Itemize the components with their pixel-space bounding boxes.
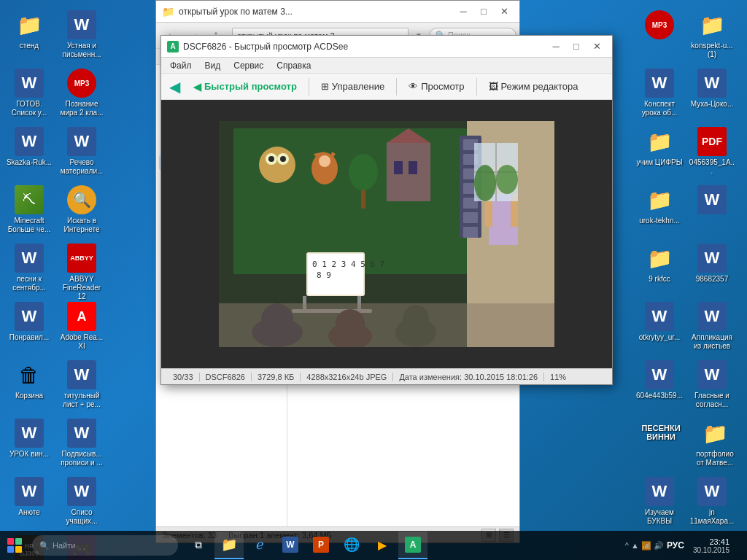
desktop-icon-korzina[interactable]: 🗑 Корзина (3, 356, 55, 414)
acdsee-view-button[interactable]: 👁 Просмотр (401, 78, 471, 95)
chrome-taskbar-button[interactable]: 🌐 (337, 532, 366, 559)
start-button[interactable] (0, 531, 29, 560)
korzina-label: Корзина (15, 392, 43, 400)
acdsee-taskbar-button[interactable]: A (398, 532, 427, 559)
acdsee-minimize-button[interactable]: ─ (546, 39, 565, 54)
gotov-label: ГОТОВ. Список у... (6, 100, 53, 117)
quickview-icon: ◀ (193, 81, 201, 93)
desktop-icon-titulny[interactable]: W титульный лист + ре... (55, 356, 108, 414)
acdsee-titlebar: A DSCF6826 - Быстрый просмотр ACDSee ─ □… (161, 36, 612, 58)
ustnaya-icon: W (67, 10, 96, 39)
taskview-button[interactable]: ⧉ (184, 532, 213, 559)
acdsee-maximize-button[interactable]: □ (567, 39, 586, 54)
desktop-icon-jn-11may[interactable]: W jn 11маяХара... (686, 472, 738, 531)
konspekt2-icon: W (645, 69, 674, 98)
edge-taskbar-button[interactable]: ℯ (245, 532, 274, 559)
desktop-icon-urok-tekhn[interactable]: 📁 urok-tekhn... (633, 181, 686, 239)
desktop-icon-iskat[interactable]: 🔍 Искать в Интернете (55, 181, 108, 239)
konspekt1-label: konspekt-u... (1) (689, 42, 735, 59)
desktop-icon-glasn-sogl[interactable]: W Гласные и согласн... (686, 356, 738, 414)
acdsee-title-text: DSCF6826 - Быстрый просмотр ACDSee (183, 42, 546, 52)
desktop-icon-rechevoy[interactable]: W Речево материали... (55, 122, 108, 181)
otkr-ur-label: otkrytyy_ur... (639, 333, 681, 342)
glasn-sogl-icon: W (697, 360, 727, 389)
taskbar-apps: ⧉ 📁 ℯ W P 🌐 ▶ A (184, 532, 625, 559)
desktop-icon-konspekt2[interactable]: W Конспект урока об... (633, 64, 686, 122)
desktop-icon-ponprav[interactable]: W Понравил... (3, 298, 55, 356)
portf-matvey-icon: 📁 (700, 419, 729, 448)
desktop-icon-otkr-ur[interactable]: W otkrytyy_ur... (633, 298, 686, 356)
acdsee-app-icon: A (167, 41, 179, 52)
desktop-icon-muha[interactable]: W Муха-Цоко... (686, 64, 738, 122)
desktop-icon-poznanie[interactable]: MP3 Познание мира 2 кла... (55, 64, 108, 122)
fm-minimize-button[interactable]: ─ (454, 4, 473, 19)
uchim-tsifry-label: учим ЦИФРЫ (636, 158, 682, 167)
manage-icon: ⊞ (321, 81, 329, 92)
desktop-icon-app-listiev[interactable]: W Аппликация из листьев (686, 298, 738, 356)
desktop-icon-mp3right[interactable]: MP3 (633, 6, 686, 64)
desktop-icon-izuchaem-bukvy[interactable]: W Изучаем БУКВЫ (633, 472, 686, 531)
anyute-icon: W (15, 477, 44, 506)
desktop-icon-stend[interactable]: 📁 стенд (3, 6, 55, 64)
acdsee-window-controls: ─ □ ✕ (546, 39, 606, 54)
desktop-icon-konspekt1[interactable]: 📁 konspekt-u... (1) (686, 6, 738, 64)
acdsee-toolbar: ◀ ◀ Быстрый просмотр ⊞ Управление 👁 Прос… (161, 74, 612, 100)
show-desktop-button[interactable] (738, 532, 741, 559)
word-taskbar-button[interactable]: W (276, 532, 305, 559)
clock-time: 23:41 (693, 537, 729, 546)
urok-tekhn-label: urok-tekhn... (639, 217, 680, 225)
acdsee-prev-button[interactable]: ◀ (164, 77, 185, 97)
pdf456-label: 0456395_1А... (689, 158, 735, 176)
urok-tekhn-icon: 📁 (645, 185, 674, 214)
desktop-icon-ustnaya[interactable]: W Устная и письменн... (55, 6, 108, 64)
ppt-taskbar-button[interactable]: P (306, 532, 336, 559)
acdsee-image-area: 0 1 2 3 4 5 6 7 8 9 (161, 100, 612, 368)
taskbar-clock: 23:41 30.10.2015 (693, 537, 729, 554)
tray-icons[interactable]: ^ ▲ 📶 🔊 (625, 541, 664, 551)
desktop-icon-w604[interactable]: W 604e443b59... (633, 356, 686, 414)
desktop-icon-podpis[interactable]: W Подписыв... прописи и ... (55, 414, 108, 472)
desktop-icon-minecraft[interactable]: ⛏ Minecraft Больше че... (3, 181, 55, 239)
iskat-icon: 🔍 (67, 185, 96, 214)
desktop-icon-abbyy[interactable]: ABBYY ABBYY FineReader 12 (55, 239, 108, 298)
nine-rkfcc-label: 9 rkfcc (649, 275, 670, 284)
explorer-taskbar-button[interactable]: 📁 (214, 532, 244, 559)
desktop-icon-adobe[interactable]: A Adobe Rea... XI (55, 298, 108, 356)
acdsee-manage-button[interactable]: ⊞ Управление (314, 78, 392, 95)
desktop-icon-urok-vin[interactable]: W УРОК вин... (3, 414, 55, 472)
desktop-icon-nine-rkfcc[interactable]: 📁 9 rkfcc (633, 239, 686, 298)
desktop-icon-word-right1[interactable]: W (686, 181, 738, 239)
fm-close-button[interactable]: ✕ (495, 4, 514, 19)
desktop-icon-pesni[interactable]: W песни к сентябр... (3, 239, 55, 298)
acdsee-editor-button[interactable]: 🖼 Режим редактора (481, 78, 586, 95)
acdsee-close-button[interactable]: ✕ (587, 39, 606, 54)
fm-maximize-button[interactable]: □ (474, 4, 493, 19)
acdsee-menu-file[interactable]: Файл (164, 59, 198, 72)
stend-label: стенд (20, 42, 39, 50)
minecraft-icon: ⛏ (15, 185, 44, 214)
acdsee-menu-service[interactable]: Сервис (228, 59, 269, 72)
search-placeholder: Найти (53, 541, 75, 550)
status-counter: 30/33 (167, 373, 200, 381)
desktop-icon-uchim-tsifry[interactable]: 📁 учим ЦИФРЫ (633, 122, 686, 181)
desktop-icon-anyute[interactable]: W Анюте (3, 472, 55, 531)
jn-11may-icon: W (697, 477, 727, 506)
language-indicator[interactable]: РУС (667, 540, 684, 551)
app2-taskbar-button[interactable]: ▶ (368, 532, 397, 559)
taskbar-search[interactable]: 🔍 Найти (32, 535, 178, 556)
desktop-icon-pdf456[interactable]: PDF 0456395_1А... (686, 122, 738, 181)
acdsee-quickview-button[interactable]: ◀ Быстрый просмотр (186, 78, 304, 96)
uchim-tsifry-icon: 📁 (645, 127, 674, 156)
spisok-icon: W (67, 477, 96, 506)
ponprav-label: Понравил... (9, 333, 49, 342)
acdsee-menu-help[interactable]: Справка (271, 59, 317, 72)
acdsee-menu-view[interactable]: Вид (199, 59, 227, 72)
desktop-icon-num98682357[interactable]: W 98682357 (686, 239, 738, 298)
view-icon: 👁 (409, 81, 418, 92)
desktop-icon-portf-matvey[interactable]: 📁 портфолио от Матве... (689, 414, 741, 472)
desktop-icon-skazka[interactable]: W Skazka-Ruk... (3, 122, 55, 181)
status-zoom: 11% (544, 373, 572, 381)
desktop-icon-gotov[interactable]: W ГОТОВ. Список у... (3, 64, 55, 122)
classroom-image: 0 1 2 3 4 5 6 7 8 9 (219, 121, 554, 347)
desktop-icon-spisok[interactable]: W Списо учащих... (55, 472, 108, 531)
